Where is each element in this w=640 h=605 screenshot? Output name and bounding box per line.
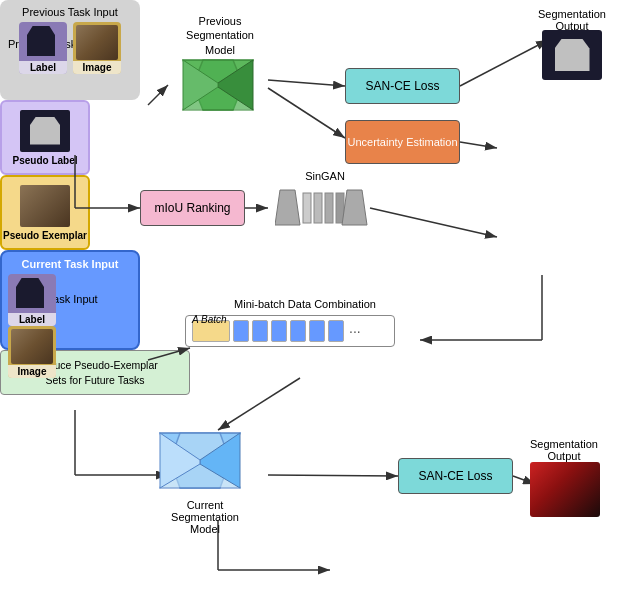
a-batch-label: A Batch: [192, 314, 227, 325]
pseudo-label-img: [20, 110, 70, 152]
curr-label-image: Label: [8, 274, 56, 326]
svg-rect-26: [303, 193, 311, 223]
pseudo-label-text: Pseudo Label: [12, 155, 77, 166]
curr-seg-model-area: Current SegmentationModel: [155, 428, 255, 535]
curr-seg-model-svg: [155, 428, 245, 493]
svg-line-3: [268, 80, 345, 86]
pl-shape: [30, 117, 60, 145]
curr-seg-model-label: Current SegmentationModel: [155, 499, 255, 535]
curr-label-text: Label: [8, 313, 56, 326]
svg-line-2: [148, 85, 168, 105]
batch-bar: A Batch ···: [185, 315, 395, 347]
san-ce-label-2: SAN-CE Loss: [418, 469, 492, 483]
svg-marker-25: [275, 190, 300, 225]
image-text: Image: [73, 61, 121, 74]
curr-image-text: Image: [8, 365, 56, 378]
batch-seg-5: [309, 320, 325, 342]
curr-photo-inner: [11, 329, 53, 364]
singan-area: SinGAN: [270, 170, 380, 234]
san-ce-loss-bottom: SAN-CE Loss: [398, 458, 513, 494]
svg-line-4: [268, 88, 345, 138]
seg-output-bottom-img: [530, 462, 600, 517]
curr-label-shape: [16, 278, 44, 308]
prev-seg-model-shape: [178, 55, 258, 119]
prev-label-image: Label: [19, 22, 67, 74]
minibatch-area: Mini-batch Data Combination A Batch ···: [185, 298, 425, 347]
seg-output-bottom-label: SegmentationOutput: [530, 438, 598, 462]
pseudo-exemplar-box: Pseudo Exemplar: [0, 175, 90, 250]
svg-line-6: [460, 142, 497, 148]
photo-inner: [76, 25, 118, 60]
minibatch-label: Mini-batch Data Combination: [185, 298, 425, 310]
seg-output-top-image: [542, 30, 602, 80]
svg-rect-28: [325, 193, 333, 223]
svg-line-5: [460, 40, 548, 86]
uncertainty-box: Uncertainty Estimation: [345, 120, 460, 164]
prev-seg-model-title: PreviousSegmentationModel: [165, 14, 275, 57]
singan-label: SinGAN: [270, 170, 380, 182]
pseudo-label-box: Pseudo Label: [0, 100, 90, 175]
seg-output-img: [542, 30, 602, 80]
san-ce-label-top: SAN-CE Loss: [365, 79, 439, 93]
pseudo-exemplar-img: [20, 185, 70, 227]
prev-seg-model-label: PreviousSegmentationModel: [165, 14, 275, 57]
seg-output-bottom-image: [530, 462, 600, 517]
uncertainty-label: Uncertainty Estimation: [347, 135, 457, 149]
batch-seg-3: [271, 320, 287, 342]
batch-seg-6: [328, 320, 344, 342]
batch-dots: ···: [349, 323, 361, 339]
batch-seg-4: [290, 320, 306, 342]
san-ce-loss-top: SAN-CE Loss: [345, 68, 460, 104]
label-text: Label: [19, 61, 67, 74]
batch-seg-2: [252, 320, 268, 342]
curr-image-photo: Image: [8, 326, 56, 378]
batch-seg-1: [233, 320, 249, 342]
pseudo-exemplar-text: Pseudo Exemplar: [3, 230, 87, 241]
singan-svg: [275, 185, 375, 230]
label-shape: [27, 26, 55, 56]
svg-rect-27: [314, 193, 322, 223]
svg-line-17: [268, 475, 398, 476]
miou-ranking-box: mIoU Ranking: [140, 190, 245, 226]
prev-task-input-box: Previous Task Input Label Image: [0, 0, 140, 100]
svg-line-10: [370, 208, 497, 237]
svg-line-14: [218, 378, 300, 430]
curr-task-title: Current Task Input: [8, 258, 132, 270]
main-diagram: Previous Task Input Previous Task Input …: [0, 0, 640, 605]
seg-output-top-label: SegmentationOutput: [538, 8, 606, 32]
prev-image-photo: Image: [73, 22, 121, 74]
miou-label: mIoU Ranking: [154, 201, 230, 215]
seg-shape: [555, 39, 590, 71]
hourglass-svg: [178, 55, 258, 115]
svg-marker-30: [342, 190, 367, 225]
prev-task-input-title: Previous Task Input: [6, 6, 134, 18]
